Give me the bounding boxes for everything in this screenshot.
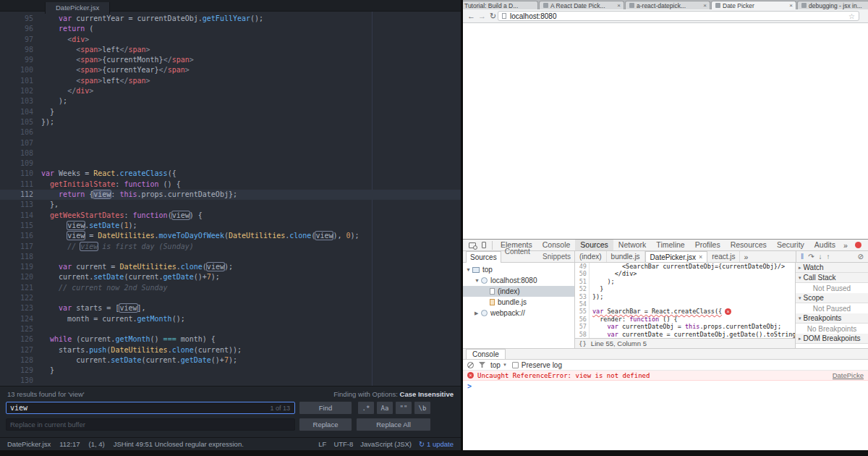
editor-line-110[interactable]: 110var Weeks = React.createClass({ [0, 169, 461, 179]
tree-item-bundle-js[interactable]: bundle.js [463, 297, 574, 308]
file-tab-react-js[interactable]: react.js [707, 251, 740, 262]
devtools-tab-timeline[interactable]: Timeline [651, 240, 689, 250]
editor-line-118[interactable]: 118 [0, 252, 461, 262]
address-bar[interactable]: localhost:8080 ☆ [498, 11, 859, 21]
editor-line-102[interactable]: 102 </div> [0, 86, 461, 96]
whole-word-option-button[interactable]: \b [414, 401, 431, 415]
editor-line-123[interactable]: 123 var starts = [view], [0, 303, 461, 313]
source-line-57[interactable]: 57 var currentDateObj = this.props.curre… [575, 323, 795, 330]
case-option-button[interactable]: Aa [376, 401, 393, 415]
sidebar-section-breakpoints[interactable]: ▾Breakpoints [796, 313, 868, 324]
tree-item-top[interactable]: ▼top [463, 264, 574, 275]
editor-line-122[interactable]: 122 [0, 293, 461, 303]
devtools-tab-profiles[interactable]: Profiles [690, 240, 726, 250]
update-indicator[interactable]: ↻ 1 update [419, 440, 454, 448]
filter-icon[interactable] [479, 362, 485, 368]
editor-line-124[interactable]: 124 month = current.getMonth(); [0, 314, 461, 324]
step-into-button[interactable]: ↓ [819, 253, 822, 261]
editor-line-127[interactable]: 127 starts.push(DateUtilities.clone(curr… [0, 345, 461, 355]
editor-line-116[interactable]: 116 view = DateUtilities.moveToDayOfWeek… [0, 231, 461, 241]
source-line-50[interactable]: 50 </div> [575, 270, 795, 277]
device-mode-icon[interactable] [482, 242, 486, 248]
browser-tab[interactable]: A React Date Pick...× [539, 1, 624, 9]
replace-input[interactable]: Replace in current buffer [6, 418, 295, 431]
editor-line-130[interactable]: 130 [0, 376, 461, 386]
tab-close-icon[interactable]: × [789, 2, 793, 9]
editor-line-119[interactable]: 119 var current = DateUtilities.clone(vi… [0, 262, 461, 272]
tree-item-webpack[interactable]: ▶webpack:// [463, 308, 574, 318]
step-out-button[interactable]: ↑ [827, 253, 830, 261]
editor-line-112[interactable]: 112 return {view: this.props.currentDate… [0, 190, 461, 200]
console-prompt[interactable]: > [463, 381, 868, 391]
clear-console-icon[interactable] [467, 362, 474, 368]
file-tab-bundle-js[interactable]: bundle.js [607, 251, 645, 262]
browser-tab[interactable]: debugging - jsx in...× [797, 1, 868, 9]
editor-line-100[interactable]: 100 <span>{currentYear}</span> [0, 65, 461, 75]
status-encoding[interactable]: UTF-8 [333, 440, 353, 448]
editor-line-120[interactable]: 120 current.setDate(current.getDate()+7)… [0, 272, 461, 282]
devtools-tab-security[interactable]: Security [772, 240, 809, 250]
tab-close-icon[interactable]: × [703, 2, 707, 9]
editor-line-125[interactable]: 125 [0, 324, 461, 334]
status-line-ending[interactable]: LF [318, 440, 326, 448]
editor-line-114[interactable]: 114 getWeekStartDates: function(view) { [0, 211, 461, 221]
status-grammar[interactable]: JavaScript (JSX) [360, 440, 412, 448]
sidebar-section-call-stack[interactable]: ▾Call Stack [796, 273, 868, 283]
more-files-button[interactable]: » [740, 253, 752, 261]
error-source-link[interactable]: DatePicke [833, 371, 864, 379]
file-tab-index[interactable]: (index) [575, 251, 607, 262]
editor-line-126[interactable]: 126 while (current.getMonth() === month)… [0, 334, 461, 345]
tab-close-icon[interactable]: × [617, 2, 621, 9]
devtools-tab-resources[interactable]: Resources [726, 240, 772, 250]
source-line-54[interactable]: 54 [575, 300, 795, 308]
editor-line-106[interactable]: 106 [0, 127, 461, 138]
devtools-tab-audits[interactable]: Audits [809, 240, 841, 250]
devtools-tab-sources[interactable]: Sources [575, 240, 613, 250]
sidebar-section-dom-breakpoints[interactable]: ▸DOM Breakpoints [796, 334, 868, 344]
source-line-55[interactable]: 55var SearchBar = React.createClass({× [575, 308, 795, 315]
more-panels-button[interactable]: » [841, 241, 851, 250]
replace-all-button[interactable]: Replace All [356, 418, 431, 431]
pretty-print-button[interactable]: {} [579, 340, 587, 347]
editor-line-117[interactable]: 117 // view is first day (Sunday) [0, 242, 461, 252]
editor-line-101[interactable]: 101 <span>left</span> [0, 76, 461, 86]
editor-line-121[interactable]: 121 // current now 2nd Sunday [0, 283, 461, 293]
editor-line-108[interactable]: 108 [0, 148, 461, 159]
file-tab-datepicker-jsx[interactable]: DatePicker.jsx× [645, 251, 708, 262]
frame-context-select[interactable]: top ▼ [490, 361, 507, 369]
code-editor[interactable]: 95 var currentYear = currentDateObj.getF… [0, 12, 461, 386]
navigator-tab-sources[interactable]: Sources [466, 251, 501, 263]
browser-tab[interactable]: a-react-datepick...× [625, 1, 710, 9]
editor-line-113[interactable]: 113 }, [0, 200, 461, 210]
devtools-tab-network[interactable]: Network [613, 240, 652, 250]
bookmark-star-icon[interactable]: ☆ [848, 12, 855, 20]
selection-only-option-button[interactable]: "" [395, 401, 412, 415]
editor-line-95[interactable]: 95 var currentYear = currentDateObj.getF… [0, 14, 461, 24]
editor-line-103[interactable]: 103 ); [0, 96, 461, 106]
editor-line-97[interactable]: 97 <div> [0, 35, 461, 45]
editor-line-109[interactable]: 109 [0, 159, 461, 169]
status-lint-message[interactable]: JSHint 49:51 Unclosed regular expression… [114, 440, 244, 448]
editor-line-107[interactable]: 107 [0, 138, 461, 148]
editor-line-115[interactable]: 115 view.setDate(1); [0, 221, 461, 231]
reload-button[interactable]: ↻ [488, 12, 498, 21]
editor-line-105[interactable]: 105}); [0, 117, 461, 127]
editor-line-129[interactable]: 129 } [0, 366, 461, 376]
source-line-52[interactable]: 52 } [575, 285, 795, 292]
tab-close-icon[interactable]: × [699, 252, 702, 263]
source-line-56[interactable]: 56 render: function () { [575, 316, 795, 323]
editor-line-111[interactable]: 111 getInitialState: function () { [0, 180, 461, 190]
console-drawer-tab[interactable]: Console [466, 349, 506, 359]
step-over-button[interactable]: ↷ [808, 253, 814, 261]
editor-line-96[interactable]: 96 return ( [0, 24, 461, 34]
source-code[interactable]: 49 <SearchBar currentDateObj={currentDat… [575, 263, 795, 338]
source-line-49[interactable]: 49 <SearchBar currentDateObj={currentDat… [575, 263, 795, 270]
editor-line-104[interactable]: 104 } [0, 107, 461, 117]
sidebar-section-watch[interactable]: ▸Watch [796, 263, 868, 273]
browser-tab[interactable]: Tutorial: Build a D... [463, 1, 538, 9]
tree-item-index[interactable]: (index) [463, 286, 574, 297]
back-button[interactable]: ← [466, 12, 477, 20]
devtools-tab-console[interactable]: Console [537, 240, 576, 250]
tree-item-localhost-8080[interactable]: ▼localhost:8080 [463, 275, 574, 286]
sidebar-section-scope[interactable]: ▾Scope [796, 293, 868, 303]
